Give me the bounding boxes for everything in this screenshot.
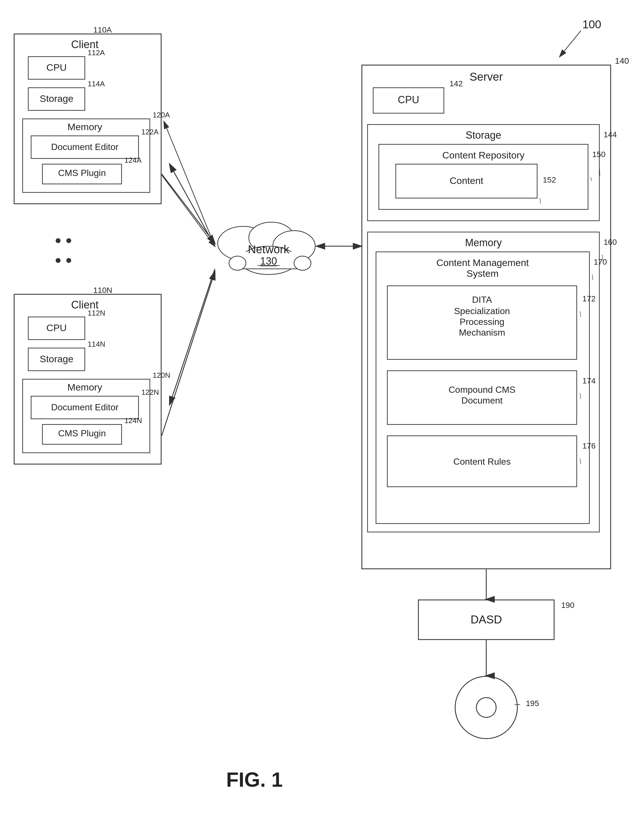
- svg-text:Storage: Storage: [40, 93, 73, 104]
- svg-text:120N: 120N: [153, 371, 170, 380]
- svg-text:140: 140: [615, 56, 629, 65]
- svg-point-49: [229, 256, 246, 270]
- svg-text:Memory: Memory: [67, 121, 102, 132]
- svg-text:110N: 110N: [93, 286, 112, 295]
- svg-text:Specialization: Specialization: [454, 306, 510, 316]
- svg-text:Content Rules: Content Rules: [454, 457, 511, 467]
- svg-text:Document Editor: Document Editor: [51, 402, 119, 412]
- svg-text:170: 170: [594, 257, 607, 266]
- svg-text:120A: 120A: [153, 111, 170, 119]
- svg-text:CPU: CPU: [46, 62, 67, 73]
- svg-text:Network: Network: [248, 243, 290, 255]
- svg-text:Content Management: Content Management: [437, 257, 529, 268]
- svg-text:Document: Document: [462, 395, 503, 406]
- svg-text:Memory: Memory: [67, 382, 102, 392]
- svg-text:114N: 114N: [87, 340, 105, 348]
- svg-line-111: [560, 31, 581, 57]
- svg-text:CPU: CPU: [398, 94, 419, 106]
- svg-text:122N: 122N: [141, 388, 159, 397]
- svg-text:CPU: CPU: [46, 322, 67, 333]
- svg-text:DITA: DITA: [472, 295, 492, 305]
- svg-text:Mechanism: Mechanism: [459, 328, 505, 338]
- svg-text:112N: 112N: [87, 309, 105, 317]
- svg-text:176: 176: [583, 441, 596, 450]
- svg-text:172: 172: [583, 294, 596, 303]
- svg-text:144: 144: [604, 130, 617, 139]
- svg-text:100: 100: [583, 18, 601, 31]
- svg-text:142: 142: [449, 79, 463, 88]
- svg-text:112A: 112A: [87, 48, 105, 57]
- svg-text:190: 190: [561, 601, 575, 610]
- svg-text:FIG. 1: FIG. 1: [226, 768, 283, 791]
- svg-text:Storage: Storage: [40, 354, 73, 364]
- svg-text:Content Repository: Content Repository: [442, 150, 524, 160]
- svg-text:System: System: [466, 268, 498, 279]
- svg-text:130: 130: [260, 255, 277, 267]
- svg-text:Processing: Processing: [460, 317, 504, 327]
- svg-text:DASD: DASD: [471, 613, 502, 626]
- svg-text:Compound CMS: Compound CMS: [449, 384, 516, 395]
- svg-text:CMS Plugin: CMS Plugin: [58, 168, 106, 178]
- svg-line-96: [164, 121, 215, 246]
- svg-text:124A: 124A: [124, 156, 142, 165]
- svg-text:114A: 114A: [87, 80, 105, 88]
- svg-text:122A: 122A: [141, 128, 159, 136]
- svg-text:Storage: Storage: [466, 129, 501, 141]
- svg-text:110A: 110A: [93, 26, 112, 34]
- svg-point-93: [476, 698, 496, 717]
- svg-text:• •: • •: [55, 251, 72, 270]
- svg-text:124N: 124N: [124, 416, 142, 425]
- svg-text:• •: • •: [55, 231, 72, 250]
- svg-text:150: 150: [592, 150, 606, 159]
- svg-text:Server: Server: [469, 71, 503, 83]
- svg-text:Memory: Memory: [465, 237, 502, 248]
- svg-text:195: 195: [526, 699, 539, 708]
- svg-text:Document Editor: Document Editor: [51, 142, 119, 152]
- svg-text:CMS Plugin: CMS Plugin: [58, 428, 106, 438]
- svg-line-97: [161, 174, 215, 246]
- svg-point-50: [294, 256, 311, 270]
- svg-text:160: 160: [604, 238, 617, 246]
- svg-text:174: 174: [583, 377, 596, 385]
- svg-text:152: 152: [543, 175, 556, 184]
- svg-text:Content: Content: [449, 175, 483, 186]
